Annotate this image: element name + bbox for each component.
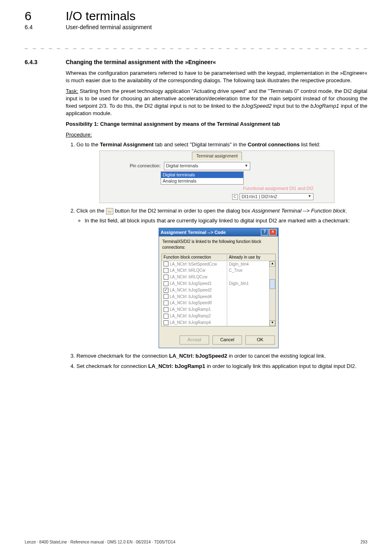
- step-2: Click on the ... button for the DI2 term…: [76, 207, 367, 348]
- row-used-by: [227, 306, 269, 313]
- task-paragraph: Task: Starting from the preset technolog…: [66, 88, 367, 117]
- checkbox-icon[interactable]: [164, 281, 168, 286]
- subsection-title: Changing the terminal assignment with th…: [66, 59, 216, 65]
- step3-a: Remove checkmark for the connection: [76, 353, 169, 359]
- step2-b: button for the DI2 terminal in order to …: [113, 208, 252, 214]
- chapter-title: I/O terminals: [66, 9, 136, 23]
- step1-a: Go to the: [76, 141, 100, 148]
- connection-rows: LA_NCtrl: bSetSpeedCcwDigIn_bIn4LA_NCtrl…: [162, 261, 269, 326]
- step1-d: Control connections: [248, 141, 300, 148]
- ok-button[interactable]: OK: [245, 335, 275, 345]
- functional-assignment-label: Functional assignment DI1 and DI2: [100, 185, 334, 192]
- task-mid: input but to the: [272, 103, 310, 109]
- row-used-by: [227, 294, 269, 300]
- pin-connection-label: Pin connection:: [103, 163, 161, 169]
- screenshot-terminal-tab: Terminal assignment Pin connection: Digi…: [99, 150, 334, 203]
- list-item[interactable]: LA_NCtrl: bRLQCwC_True: [162, 267, 269, 274]
- row-used-by: [227, 300, 269, 306]
- row-used-by: [227, 313, 269, 319]
- procedure-label: Procedure:: [66, 131, 367, 139]
- checkbox-icon[interactable]: [164, 314, 168, 319]
- scroll-down-icon[interactable]: ▼: [270, 320, 275, 326]
- chapter-number: 6: [25, 9, 66, 23]
- close-button[interactable]: ×: [269, 229, 277, 236]
- ellipsis-button[interactable]: ...: [106, 208, 113, 215]
- step4-c: in order to logically link this applicat…: [205, 363, 357, 369]
- row-used-by: DigIn_bIn4: [227, 261, 269, 268]
- pin-connection-options[interactable]: Digital terminals Analog terminals: [161, 171, 244, 185]
- procedure-list: Go to the Terminal Assignment tab and se…: [66, 141, 367, 370]
- step4-a: Set checkmark for connection: [76, 363, 148, 369]
- screenshot-assignment-dialog: Assignment Terminal --> Code ? × Termina…: [159, 228, 279, 348]
- scroll-up-icon[interactable]: ▲: [270, 261, 275, 267]
- divider-rule: _ _ _ _ _ _ _ _ _ _ _ _ _ _ _ _ _ _ _ _ …: [25, 43, 367, 49]
- step3-b: LA_NCtrl: bJogSpeed2: [169, 353, 227, 359]
- step4-b: LA_NCtrl: bJogRamp1: [148, 363, 205, 369]
- row-label: LA_NCtrl: bJogSpeed1: [170, 281, 212, 287]
- row-label: LA_NCtrl: bSetSpeedCcw: [170, 261, 217, 267]
- fa-value: DI1=In1 | DI2=In2: [242, 194, 277, 200]
- step1-c: tab and select "Digital terminals" in th…: [154, 141, 248, 148]
- list-item[interactable]: LA_NCtrl: bJogSpeed1DigIn_bIn1: [162, 280, 269, 287]
- row-label: LA_NCtrl: bJogSpeed2: [170, 287, 212, 293]
- row-label: LA_NCtrl: bRLQCw: [170, 268, 205, 273]
- checkbox-icon[interactable]: [164, 294, 168, 299]
- help-button[interactable]: ?: [261, 229, 268, 236]
- task-italic-1: bJogSpeed2: [242, 103, 272, 109]
- section-number: 6.4: [25, 24, 66, 30]
- step2-bullet: In the list field, all block inputs that…: [85, 217, 367, 224]
- chevron-down-icon: ▼: [308, 194, 311, 200]
- checkbox-icon[interactable]: [164, 301, 168, 305]
- col-function-block[interactable]: Function block connection: [162, 254, 227, 261]
- list-item[interactable]: LA_NCtrl: bSetSpeedCcwDigIn_bIn4: [162, 261, 269, 268]
- subsection-number: 6.4.3: [25, 59, 66, 65]
- row-label: LA_NCtrl: bJogSpeed8: [170, 300, 212, 306]
- c-button[interactable]: C: [232, 194, 238, 200]
- possibility-heading: Possibility 1: Change terminal assignmen…: [66, 120, 367, 128]
- row-label: LA_NCtrl: bRLQCcw: [170, 274, 208, 280]
- list-item[interactable]: LA_NCtrl: bJogRamp1: [162, 306, 269, 313]
- list-item[interactable]: LA_NCtrl: bJogRamp2: [162, 313, 269, 319]
- step2-a: Click on the: [76, 208, 106, 214]
- scrollbar[interactable]: ▲ ▼: [269, 261, 275, 326]
- row-used-by: DigIn_bIn1: [227, 280, 269, 287]
- step2-dialog-name: Assignment Terminal --> Function block: [252, 208, 346, 214]
- section-title: User-defined terminal assignment: [66, 24, 152, 30]
- row-label: LA_NCtrl: bJogRamp1: [170, 307, 211, 312]
- row-used-by: C_True: [227, 267, 269, 274]
- list-item[interactable]: ✓LA_NCtrl: bJogSpeed2: [162, 287, 269, 294]
- row-used-by: [227, 274, 269, 280]
- checkbox-icon[interactable]: [164, 275, 168, 280]
- scroll-thumb[interactable]: [270, 279, 275, 289]
- row-label: LA_NCtrl: bJogRamp4: [170, 320, 211, 326]
- list-item[interactable]: LA_NCtrl: bRLQCcw: [162, 274, 269, 280]
- step-1: Go to the Terminal Assignment tab and se…: [76, 141, 367, 204]
- list-item[interactable]: LA_NCtrl: bJogRamp4: [162, 319, 269, 326]
- row-used-by: [227, 287, 269, 294]
- cancel-button[interactable]: Cancel: [212, 335, 242, 345]
- step3-c: in order to cancel the existing logical …: [227, 353, 326, 359]
- checkbox-icon[interactable]: [164, 268, 168, 273]
- list-item[interactable]: LA_NCtrl: bJogSpeed8: [162, 300, 269, 306]
- checkbox-icon[interactable]: ✓: [164, 288, 168, 293]
- pin-connection-dropdown[interactable]: Digital terminals ▼: [164, 162, 250, 170]
- step1-e: list field:: [300, 141, 321, 148]
- checkbox-icon[interactable]: [164, 307, 168, 312]
- accept-button[interactable]: Accept: [180, 335, 209, 345]
- checkbox-icon[interactable]: [164, 261, 168, 266]
- option-analog-terminals[interactable]: Analog terminals: [161, 178, 243, 184]
- row-label: LA_NCtrl: bJogRamp2: [170, 313, 211, 319]
- row-label: LA_NCtrl: bJogSpeed4: [170, 294, 212, 300]
- task-label: Task:: [66, 88, 78, 94]
- row-used-by: [227, 319, 269, 326]
- checkbox-icon[interactable]: [164, 320, 168, 325]
- list-item[interactable]: LA_NCtrl: bJogSpeed4: [162, 294, 269, 300]
- dialog-description: TerminalX5/DI2 is linked to the followin…: [159, 236, 278, 253]
- tab-terminal-assignment[interactable]: Terminal assignment: [192, 152, 242, 160]
- dropdown-selected: Digital terminals: [166, 163, 198, 169]
- col-already-in-use[interactable]: Already in use by: [227, 254, 275, 261]
- step-4: Set checkmark for connection LA_NCtrl: b…: [76, 363, 367, 370]
- intro-paragraph: Whereas the configuration parameters ref…: [66, 69, 367, 84]
- functional-assignment-select[interactable]: DI1=In1 | DI2=In2 ▼: [240, 193, 314, 200]
- option-digital-terminals[interactable]: Digital terminals: [161, 172, 243, 178]
